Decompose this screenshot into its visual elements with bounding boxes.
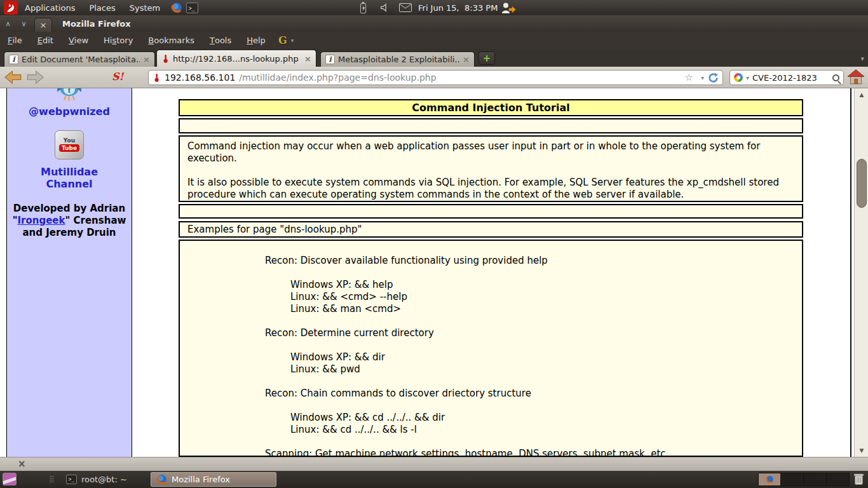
credits-line3: and Jeremy Druin xyxy=(7,227,132,239)
trash-icon[interactable] xyxy=(853,473,864,485)
page-right-border xyxy=(850,88,851,457)
top-panel: Applications Places System >_ Fri Jun 15… xyxy=(0,0,868,15)
firefox-launcher-icon[interactable] xyxy=(171,2,182,13)
tab-dns-lookup-active[interactable]: http://192.168...ns-lookup.php × xyxy=(156,50,316,67)
addon-dropdown-icon[interactable]: ▾ xyxy=(291,37,294,44)
youtube-icon[interactable]: You Tube xyxy=(55,130,84,159)
search-bar[interactable]: ▾ CVE-2012-1823 xyxy=(729,70,844,85)
search-engine-dropdown-icon[interactable]: ▾ xyxy=(746,74,749,81)
page-viewport: t @webpwnized You Tube MutillidaeChannel… xyxy=(0,88,868,457)
channel-link-line2: Channel xyxy=(46,178,92,190)
terminal-launcher-icon[interactable]: >_ xyxy=(186,3,198,13)
list-all-tabs-icon[interactable]: ▾ xyxy=(860,55,864,63)
navigation-toolbar: S! 192.168.56.101 /mutillidae/index.php?… xyxy=(0,67,868,88)
example-command: Windows XP: && dir xyxy=(290,351,802,363)
window-unshade-button[interactable]: ∨ xyxy=(16,15,32,32)
twitter-bird-icon[interactable]: t xyxy=(7,88,132,102)
url-bar[interactable]: 192.168.56.101 /mutillidae/index.php?pag… xyxy=(148,70,723,85)
mail-icon[interactable] xyxy=(399,0,412,15)
info-favicon-icon: i xyxy=(325,55,335,64)
workspace-4[interactable] xyxy=(827,473,850,486)
taskbar-item-firefox[interactable]: Mozilla Firefox xyxy=(151,472,276,487)
credits-line1: Developed by Adrian xyxy=(7,203,132,215)
menu-help[interactable]: Help xyxy=(239,32,273,49)
home-button[interactable] xyxy=(848,69,864,85)
examples-box: Recon: Discover available functionality … xyxy=(179,240,803,457)
site-favicon-icon xyxy=(153,73,161,83)
credits-line2: "Irongeek" Crenshaw xyxy=(7,215,132,227)
search-input[interactable]: CVE-2012-1823 xyxy=(752,73,829,83)
menu-tools[interactable]: Tools xyxy=(202,32,239,49)
url-dropdown-icon[interactable]: ▾ xyxy=(701,74,704,81)
volume-icon[interactable] xyxy=(380,0,390,15)
menu-view[interactable]: View xyxy=(61,32,96,49)
example-heading: Recon: Discover available functionality … xyxy=(265,255,802,267)
page-sidebar: t @webpwnized You Tube MutillidaeChannel… xyxy=(6,88,132,457)
description-paragraph: Command injection may occur when a web a… xyxy=(187,140,794,165)
window-list-icon[interactable] xyxy=(3,473,17,485)
webpwnized-twitter-link[interactable]: @webpwnized xyxy=(7,105,132,118)
example-heading: Recon: Chain commands to discover driect… xyxy=(265,388,802,400)
workspace-2[interactable] xyxy=(781,473,804,486)
battery-icon[interactable] xyxy=(360,0,367,15)
bottom-taskbar: >_ root@bt: ~ Mozilla Firefox xyxy=(0,471,868,488)
firefox-icon xyxy=(156,474,167,485)
menu-applications[interactable]: Applications xyxy=(18,0,82,15)
tab-edit-document[interactable]: i Edit Document 'Metasploita... × xyxy=(4,51,155,67)
forward-button[interactable] xyxy=(25,69,44,86)
noscript-addon-icon[interactable]: S! xyxy=(112,71,124,83)
channel-link-line1: Mutillidae xyxy=(41,166,98,178)
mutillidae-favicon-icon xyxy=(161,54,170,64)
search-go-icon[interactable] xyxy=(832,74,839,81)
youtube-logo-bottom: Tube xyxy=(59,144,79,152)
scrollbar-thumb[interactable] xyxy=(857,159,867,208)
taskbar-grip[interactable] xyxy=(50,476,54,484)
tab-metasploitable[interactable]: i Metasploitable 2 Exploitabili... × xyxy=(320,51,475,67)
window-close-button[interactable]: × xyxy=(34,18,52,32)
addon-bar-close-icon[interactable]: × xyxy=(18,459,26,469)
firefox-menubar: File Edit View History Bookmarks Tools H… xyxy=(0,32,868,49)
user-switch-icon[interactable] xyxy=(501,0,516,15)
description-paragraph: It is also possible to execute system co… xyxy=(187,177,794,201)
taskbar-item-label: Mozilla Firefox xyxy=(172,475,230,484)
examples-header: Examples for page "dns-lookup.php" xyxy=(179,221,803,238)
tab-close-icon[interactable]: × xyxy=(143,55,150,64)
page-title: Command Injection Tutorial xyxy=(179,99,803,116)
terminal-icon: >_ xyxy=(66,475,77,484)
reload-icon[interactable] xyxy=(708,72,719,83)
mutillidae-channel-link[interactable]: MutillidaeChannel xyxy=(7,166,132,190)
example-heading: Recon: Determine current directory xyxy=(265,327,802,339)
back-button[interactable] xyxy=(4,69,23,86)
scroll-up-icon[interactable]: ▲ xyxy=(855,92,868,98)
menu-history[interactable]: History xyxy=(96,32,140,49)
url-path: /mutillidae/index.php?page=dns-lookup.ph… xyxy=(239,72,681,83)
tab-label: http://192.168...ns-lookup.php xyxy=(173,54,301,64)
window-shade-button[interactable]: ∧ xyxy=(0,15,16,32)
credits-text: Developed by Adrian "Irongeek" Crenshaw … xyxy=(7,203,132,239)
google-engine-icon[interactable] xyxy=(734,73,743,82)
tab-close-icon[interactable]: × xyxy=(463,55,470,64)
svg-text:>_: >_ xyxy=(189,6,195,11)
workspace-3[interactable] xyxy=(804,473,827,486)
workspace-1[interactable] xyxy=(758,473,781,486)
vertical-scrollbar[interactable]: ▲ ▼ xyxy=(854,88,868,457)
tab-close-icon[interactable]: × xyxy=(304,54,311,64)
new-tab-button[interactable]: + xyxy=(478,51,495,65)
backtrack-logo-icon[interactable] xyxy=(4,1,18,15)
description-box: Command injection may occur when a web a… xyxy=(179,135,803,202)
youtube-logo-top: You xyxy=(64,138,75,144)
scroll-down-icon[interactable]: ▼ xyxy=(855,447,868,454)
panel-clock[interactable]: Fri Jun 15, 8:33 PM xyxy=(418,0,498,15)
menu-bookmarks[interactable]: Bookmarks xyxy=(140,32,202,49)
taskbar-item-terminal[interactable]: >_ root@bt: ~ xyxy=(61,472,149,487)
menu-file[interactable]: File xyxy=(0,32,30,49)
bookmark-star-icon[interactable]: ☆ xyxy=(685,72,693,83)
irongeek-link[interactable]: Irongeek xyxy=(17,215,65,226)
example-command: Linux: && pwd xyxy=(290,363,802,376)
window-titlebar: ∧ ∨ × Mozilla Firefox xyxy=(0,15,868,32)
menu-places[interactable]: Places xyxy=(82,0,122,15)
greasemonkey-icon[interactable]: G xyxy=(278,34,287,46)
menu-edit[interactable]: Edit xyxy=(30,32,61,49)
menu-system[interactable]: System xyxy=(123,0,167,15)
example-command: Windows XP: && cd ../../.. && dir xyxy=(290,412,802,424)
